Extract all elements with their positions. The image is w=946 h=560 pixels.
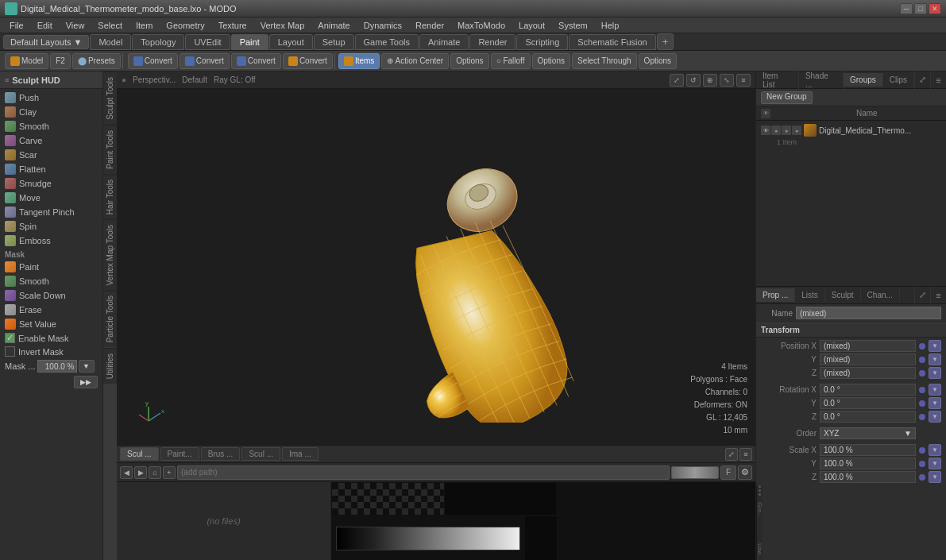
layout-dropdown[interactable]: Default Layouts ▼ <box>3 35 89 49</box>
bottom-tab-ima[interactable]: Ima ... <box>282 447 319 461</box>
tab-gametools[interactable]: Game Tools <box>355 34 419 50</box>
path-input[interactable] <box>177 465 670 480</box>
tab-paint[interactable]: Paint <box>231 34 268 50</box>
falloff-button[interactable]: ○ Falloff <box>491 53 531 69</box>
pos-y-btn[interactable]: ▼ <box>929 353 941 365</box>
close-button[interactable]: ✕ <box>929 3 941 14</box>
menu-system[interactable]: System <box>552 19 594 32</box>
tool-tangent[interactable]: Tangent Pinch <box>2 205 101 219</box>
rot-z-value[interactable]: 0.0 ° <box>820 411 916 423</box>
panel-expand-button[interactable]: ▶▶ <box>74 376 98 388</box>
mask-percent-input[interactable] <box>37 360 77 373</box>
tool-scaledown[interactable]: Scale Down <box>2 288 101 303</box>
rp-tab-clips[interactable]: Clips <box>883 73 914 87</box>
path-slider[interactable] <box>671 466 719 479</box>
rp-menu-button[interactable]: ≡ <box>930 71 946 89</box>
tool-push[interactable]: Push <box>2 91 101 105</box>
viewport-zoom-button[interactable]: ⊕ <box>703 74 717 87</box>
prop-tab-sculpt[interactable]: Sculpt <box>825 288 861 302</box>
new-group-button[interactable]: New Group <box>761 91 813 104</box>
tab-topology[interactable]: Topology <box>132 34 184 50</box>
pos-y-value[interactable]: (mixed) <box>820 353 916 365</box>
rp-expand-button[interactable]: ⤢ <box>914 71 930 89</box>
scale-y-btn[interactable]: ▼ <box>929 458 941 469</box>
menu-view[interactable]: View <box>60 19 91 32</box>
add-button[interactable]: + <box>163 466 176 479</box>
scale-z-value[interactable]: 100.0 % <box>820 471 916 483</box>
bottom-tab-paint[interactable]: Paint... <box>160 447 199 461</box>
tab-setup[interactable]: Setup <box>314 34 354 50</box>
rot-y-btn[interactable]: ▼ <box>929 397 941 409</box>
bottom-expand-button[interactable]: ⤢ <box>725 448 738 461</box>
viewport-expand-button[interactable]: ⤡ <box>720 74 734 87</box>
pos-x-value[interactable]: (mixed) <box>820 340 916 352</box>
strip-utilities[interactable]: Utilities <box>103 348 117 384</box>
menu-file[interactable]: File <box>3 19 30 32</box>
menu-texture[interactable]: Texture <box>212 19 253 32</box>
tab-animate[interactable]: Animate <box>419 34 469 50</box>
convert-button-1[interactable]: Convert <box>128 53 178 69</box>
tab-uvedit[interactable]: UVEdit <box>185 34 230 50</box>
rp-tab-groups[interactable]: Groups <box>844 73 883 87</box>
bottom-tab-scul1[interactable]: Scul ... <box>120 447 159 461</box>
group-item-row[interactable]: 👁 ● ● ● Digital_Medical_Thermo... <box>758 122 944 138</box>
menu-geometry[interactable]: Geometry <box>160 19 210 32</box>
viewport-fit-button[interactable]: ⤢ <box>670 74 684 87</box>
strip-vertex-map-tools[interactable]: Vertex Map Tools <box>103 219 117 291</box>
tool-smooth1[interactable]: Smooth <box>2 119 101 133</box>
maximize-button[interactable]: □ <box>914 3 927 14</box>
options-button-3[interactable]: Options <box>639 53 677 69</box>
strip-hair-tools[interactable]: Hair Tools <box>103 174 117 219</box>
settings-button[interactable]: ⚙ <box>738 465 752 480</box>
select-through-button[interactable]: Select Through <box>572 53 637 69</box>
prop-tab-lists[interactable]: Lists <box>795 288 825 302</box>
rp-tab-itemlist[interactable]: Item List <box>756 69 799 91</box>
options-button-2[interactable]: Options <box>532 53 570 69</box>
prop-tab-prop[interactable]: Prop ... <box>756 288 795 302</box>
tool-spin[interactable]: Spin <box>2 219 101 234</box>
home-button[interactable]: ⌂ <box>149 466 161 479</box>
order-dropdown[interactable]: XYZ ▼ <box>820 427 916 439</box>
menu-help[interactable]: Help <box>595 19 626 32</box>
texture-item-2[interactable] <box>445 483 557 515</box>
forward-button[interactable]: ▶ <box>134 466 147 479</box>
rot-x-value[interactable]: 0.0 ° <box>820 384 916 396</box>
menu-dynamics[interactable]: Dynamics <box>357 19 408 32</box>
rot-x-btn[interactable]: ▼ <box>929 384 941 396</box>
options-button-1[interactable]: Options <box>450 53 488 69</box>
convert-button-4[interactable]: Convert <box>283 53 333 69</box>
bottom-menu-button[interactable]: ≡ <box>739 448 752 461</box>
scale-z-btn[interactable]: ▼ <box>929 471 941 483</box>
items-button[interactable]: Items <box>338 53 380 69</box>
menu-edit[interactable]: Edit <box>31 19 59 32</box>
tab-scripting[interactable]: Scripting <box>516 34 568 50</box>
invert-mask-checkbox[interactable] <box>5 346 15 357</box>
tab-render[interactable]: Render <box>469 34 515 50</box>
menu-layout[interactable]: Layout <box>512 19 551 32</box>
strip-paint-tools[interactable]: Paint Tools <box>103 125 117 174</box>
tool-flatten[interactable]: Flatten <box>2 162 101 176</box>
bottom-tab-brus[interactable]: Brus ... <box>201 447 241 461</box>
tool-paint[interactable]: Paint <box>2 260 101 274</box>
scale-x-value[interactable]: 100.0 % <box>820 444 916 456</box>
prop-tab-chan[interactable]: Chan... <box>861 288 900 302</box>
strip-particle-tools[interactable]: Particle Tools <box>103 290 117 347</box>
convert-button-3[interactable]: Convert <box>231 53 281 69</box>
mask-expand-button[interactable]: ▼ <box>79 360 95 373</box>
model-button[interactable]: Model <box>5 53 48 69</box>
tab-layout[interactable]: Layout <box>269 34 313 50</box>
f-button[interactable]: F <box>720 465 736 480</box>
bottom-tab-scul2[interactable]: Scul ... <box>241 447 280 461</box>
tool-smudge[interactable]: Smudge <box>2 176 101 191</box>
back-button[interactable]: ◀ <box>120 466 133 479</box>
prop-expand-button[interactable]: ⤢ <box>914 287 930 304</box>
name-input[interactable] <box>796 307 941 319</box>
action-center-button[interactable]: ⊕ Action Center <box>381 53 449 69</box>
viewport-canvas[interactable]: x y <box>117 89 755 445</box>
menu-select[interactable]: Select <box>91 19 129 32</box>
tool-setvalue[interactable]: Set Value <box>2 317 101 331</box>
tool-scar[interactable]: Scar <box>2 148 101 162</box>
tool-move[interactable]: Move <box>2 191 101 205</box>
transform-section-header[interactable]: Transform <box>756 322 946 338</box>
right-grip[interactable]: Gro... Use... <box>756 485 763 560</box>
